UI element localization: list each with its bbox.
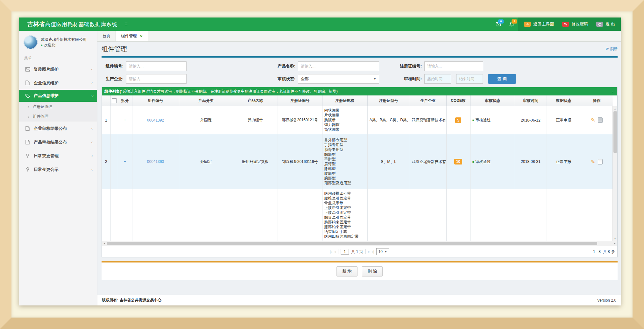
company-name: 武汉克瑞普新技术有限公司 xyxy=(41,37,87,42)
status-square-icon: ■ xyxy=(472,118,474,122)
sidebar-item-company-info[interactable]: 企业信息维护 ‹ xyxy=(19,76,97,90)
tab-home[interactable]: 首页 xyxy=(97,31,116,41)
footer: 版权所有: 吉林省公共资源交易中心 Version 2.0 xyxy=(97,295,621,305)
scroll-right-icon[interactable]: ► xyxy=(612,241,617,246)
audit-status-label: 审核状态: xyxy=(262,76,298,82)
scroll-down-icon[interactable]: ▼ xyxy=(613,236,617,241)
sidebar-item-product-audit-results[interactable]: 产品审核结果公布 ‹ xyxy=(19,135,97,149)
product-name-input[interactable] xyxy=(298,61,379,71)
component-no-link[interactable]: 00041363 xyxy=(147,159,164,164)
horizontal-scroll-thumb[interactable] xyxy=(107,242,597,245)
page-title: 组件管理 xyxy=(102,45,127,53)
component-no-link[interactable]: 00041392 xyxy=(147,118,164,122)
vertical-scroll-thumb[interactable] xyxy=(613,111,617,153)
user-panel: 武汉克瑞普新技术有限公司 ● 欢迎您! xyxy=(19,31,97,53)
scroll-up-icon[interactable]: ▲ xyxy=(613,106,617,111)
chevron-left-icon: ‹ xyxy=(91,153,93,158)
hamburger-icon[interactable]: ≡ xyxy=(124,21,128,27)
refresh-button[interactable]: ⟳ 刷新 xyxy=(606,46,618,52)
split-expand-link[interactable]: + xyxy=(124,159,126,164)
audit-time-start-input[interactable] xyxy=(424,74,451,84)
app-title-province: 吉林省 xyxy=(27,21,45,27)
add-button[interactable]: 新 增 xyxy=(336,266,357,276)
mail-button[interactable]: 0 xyxy=(492,18,505,31)
avatar[interactable] xyxy=(24,35,38,49)
product-name-label: 产品名称: xyxy=(262,63,298,69)
tab-close-icon[interactable]: × xyxy=(140,34,143,38)
select-all-checkbox[interactable] xyxy=(112,98,117,103)
header-button-group: 返回主界面 修改密码 退 出 xyxy=(518,18,621,31)
search-button[interactable]: 查 询 xyxy=(488,74,516,84)
audit-status-select[interactable]: 全部 ▼ xyxy=(298,74,379,84)
component-no-input[interactable] xyxy=(126,61,187,71)
cert-no-input[interactable] xyxy=(424,61,483,71)
range-separator: - xyxy=(453,77,454,81)
return-main-button[interactable]: 返回主界面 xyxy=(524,21,554,27)
list-title: 组件列表( xyxy=(104,89,121,94)
cert-model-cell: S、M、L xyxy=(367,134,410,189)
vertical-scrollbar[interactable]: ▲ ▼ xyxy=(612,106,617,241)
edit-pencil-icon[interactable]: ✎ xyxy=(591,117,595,123)
prev-page-button[interactable]: « xyxy=(334,250,336,254)
sidebar-subitem-cert-management[interactable]: ○ 注册证管理 xyxy=(19,102,97,112)
edit-pencil-icon[interactable]: ✎ xyxy=(591,159,595,165)
cert-spec-cell: 鼻外部专用型 手指专用型 肋骨专用型 踝部型 手肘型 肩臂型 膝部型 腰部型 腕… xyxy=(324,138,365,186)
bell-badge: 1 xyxy=(512,19,517,24)
detail-doc-icon[interactable] xyxy=(598,117,603,123)
sidebar-item-company-audit-results[interactable]: 企业审核结果公布 ‹ xyxy=(19,122,97,135)
component-list-panel: 组件列表( *必须进入组件详情页才可送审，到期换证不变的统一在注册证到期变更中的… xyxy=(102,87,618,257)
chevron-left-icon: ‹ xyxy=(91,167,93,172)
next-page-button[interactable]: » xyxy=(368,250,370,254)
audit-status-cell xyxy=(470,189,515,241)
circle-bullet-icon: ○ xyxy=(27,115,30,119)
caret-down-icon: ▼ xyxy=(373,77,376,80)
page-number-input[interactable] xyxy=(341,249,349,255)
total-pages-label: 共 1 页 xyxy=(351,249,363,255)
collapse-button[interactable]: - xyxy=(611,89,615,94)
pager-separator xyxy=(338,249,338,254)
audit-time-cell: 2018-06-12 xyxy=(515,106,547,134)
page-size-select[interactable]: 10 ▼ xyxy=(376,248,389,255)
product-category-cell: 外固定 xyxy=(179,106,233,134)
product-info-submenu: ○ 注册证管理 ○ 组件管理 xyxy=(19,102,97,122)
scroll-left-icon[interactable]: ◄ xyxy=(102,241,107,246)
horizontal-scrollbar[interactable]: ◄ ► xyxy=(102,241,617,246)
sidebar-item-daily-change-management[interactable]: 日常变更管理 ‹ xyxy=(19,149,97,163)
row-number-header xyxy=(102,95,110,106)
product-category-cell: 外固定 xyxy=(179,134,233,189)
audit-status-cell: 审核通过 xyxy=(476,159,491,164)
table-row: 2 + 00041363 外固定 医用外固定夹板 鄂汉械备20160116号 鼻… xyxy=(102,134,613,189)
tab-home-label: 首页 xyxy=(103,33,110,39)
sidebar-item-label: 日常变更管理 xyxy=(34,153,88,159)
table-scroll-area: 拆分 组件编号 产品分类 产品名称 注册证编号 注册证规格 注册证型号 生产企业… xyxy=(102,95,617,241)
sidebar-item-label: 资质图片维护 xyxy=(34,66,88,72)
manufacturer-input[interactable] xyxy=(126,74,187,84)
code-count-badge: 10 xyxy=(454,159,462,164)
notification-button[interactable]: 1 xyxy=(505,18,518,31)
delete-button[interactable]: 删 除 xyxy=(362,266,383,276)
cert-spec-cell: 医用颈椎牵引带 腰椎牵引固定带 骨盆悬吊带 上肢牵引固定带 下肢牵引固定带 踝骨… xyxy=(324,191,365,239)
row-number: 2 xyxy=(102,134,110,189)
logout-label: 退 出 xyxy=(605,21,615,27)
sidebar-item-qualification-images[interactable]: 资质图片维护 ‹ xyxy=(19,62,97,76)
app-title-rest: 高值医用耗材基础数据库系统 xyxy=(45,21,118,27)
list-panel-header: 组件列表( *必须进入组件详情页才可送审，到期换证不变的统一在注册证到期变更中的… xyxy=(102,87,617,95)
sidebar-item-product-info[interactable]: 产品信息维护 ‹ xyxy=(19,90,97,102)
top-header-bar: 吉林省高值医用耗材基础数据库系统 ≡ 0 1 xyxy=(19,18,621,31)
tab-component-management[interactable]: 组件管理 × xyxy=(116,31,148,41)
logout-button[interactable]: 退 出 xyxy=(596,21,615,27)
col-split: 拆分 xyxy=(118,95,132,106)
component-table: 拆分 组件编号 产品分类 产品名称 注册证编号 注册证规格 注册证型号 生产企业… xyxy=(102,95,613,241)
col-product-name: 产品名称 xyxy=(233,95,278,106)
last-page-button[interactable]: »| xyxy=(372,250,374,254)
split-expand-link[interactable]: + xyxy=(124,118,126,122)
sidebar-item-daily-change-publicity[interactable]: 日常变更公示 ‹ xyxy=(19,163,97,176)
copyright-text: 版权所有: 吉林省公共资源交易中心 xyxy=(102,298,161,303)
change-password-button[interactable]: 修改密码 xyxy=(562,21,588,27)
detail-doc-icon[interactable] xyxy=(598,159,603,164)
manufacturer-label: 生产企业: xyxy=(102,76,126,82)
audit-time-end-input[interactable] xyxy=(456,74,483,84)
first-page-button[interactable]: |« xyxy=(330,250,332,254)
audit-time-label: 审核时间: xyxy=(382,76,424,82)
sidebar-subitem-component-management[interactable]: ○ 组件管理 xyxy=(19,112,97,122)
